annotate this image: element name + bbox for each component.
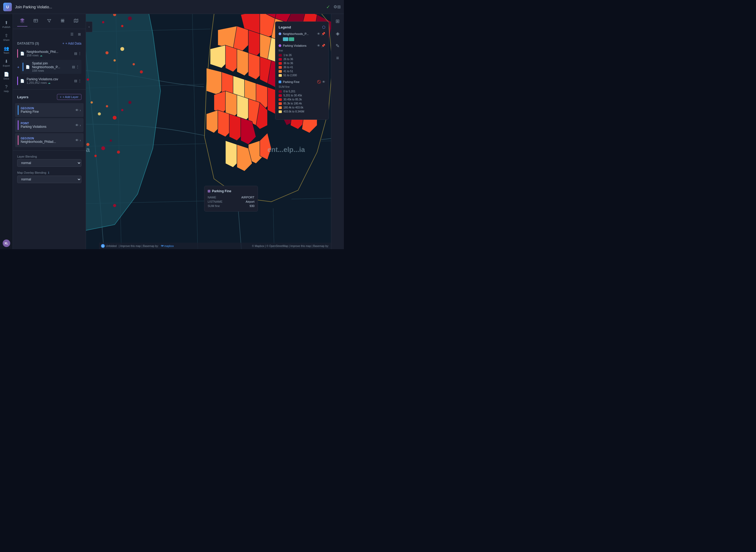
legend-color-30k-85k: [279, 98, 282, 101]
legend-color-26-36: [279, 58, 282, 61]
tab-effects[interactable]: [58, 16, 68, 27]
svg-point-43: [110, 139, 112, 142]
layer-item-neighborhoods[interactable]: Geojson Neighborhoods_Philad... 👁 ›: [15, 133, 84, 147]
legend-item-180k-403k: 180.4k to 403.6k: [279, 106, 325, 110]
legend-item-85k-180k: 85.3k to 180.4k: [279, 102, 325, 106]
tab-layers[interactable]: [17, 16, 27, 27]
legend-pin-icon-2[interactable]: 📌: [321, 44, 325, 47]
layer-blending-label: Layer Blending: [17, 155, 81, 158]
legend-visibility-icon[interactable]: 👁: [317, 32, 320, 36]
dataset-item-parking[interactable]: 📄 Parking Violations.csv 1,255,952 rows …: [15, 75, 84, 87]
nav-item-share[interactable]: ⇧ Share: [1, 31, 12, 43]
toolbar-data-icon[interactable]: ≡: [335, 54, 340, 62]
export-icon: ⬇: [5, 59, 8, 64]
legend-hide-icon[interactable]: 🚫: [317, 80, 321, 84]
layer-expand-icon-2[interactable]: ›: [80, 123, 81, 127]
legend-item-36-36: 36 to 36: [279, 61, 325, 65]
tooltip-title: Parking Fine: [212, 189, 231, 193]
spatial-more-icon[interactable]: ⋮: [76, 65, 79, 69]
tab-filter[interactable]: [44, 16, 54, 27]
legend-visibility-icon-3[interactable]: 👁: [322, 80, 325, 84]
layers-header: Layers + + Add Layer: [15, 92, 84, 102]
spatial-plus-icon[interactable]: +: [17, 65, 19, 69]
legend-layer-parking-violations: Parking Violations 👁 📌 fine 1 to 26 26 t…: [279, 44, 325, 77]
legend-layer-parking-fine-sum: Parking Fine 🚫 👁 SUM fine 0 to 5,201 5,2…: [279, 80, 325, 114]
tooltip-val-name: AIRPORT: [241, 196, 254, 199]
legend-layer-neighborhoods: Neighborhoods_P... 👁 📌: [279, 32, 325, 41]
settings-icon[interactable]: ⚙: [333, 4, 337, 9]
tooltip-header: Parking Fine: [208, 189, 254, 193]
layer-blending-select[interactable]: normal: [17, 159, 81, 167]
toolbar-draw-icon[interactable]: ✎: [334, 42, 341, 50]
user-avatar[interactable]: XL: [3, 240, 10, 247]
legend-sub-label-sum-fine: SUM fine: [279, 86, 325, 88]
docs-icon: 📄: [4, 72, 9, 77]
layer-expand-icon[interactable]: ›: [80, 108, 81, 112]
legend-visibility-icon-2[interactable]: 👁: [317, 44, 320, 47]
spatial-table-icon[interactable]: ▤: [72, 65, 75, 69]
split-view-icon[interactable]: ⊞: [337, 4, 341, 9]
svg-point-21: [87, 79, 89, 81]
dataset-actions-parking: ▤ ⋮: [74, 79, 81, 83]
map-overlay-blending-label: Map Overlay Blending ℹ: [17, 171, 81, 174]
tooltip-key-sum-fine: SUM fine: [208, 204, 220, 208]
map-tooltip: Parking Fine NAME AIRPORT LISTNAME Airpo…: [204, 186, 258, 212]
layer-visibility-icon-3[interactable]: 👁: [75, 138, 79, 142]
nav-item-export[interactable]: ⬇ Export: [1, 57, 12, 69]
map-attribution-left: | Improve this map | Basemap by:: [119, 245, 159, 248]
layer-expand-icon-3[interactable]: ›: [80, 138, 81, 142]
map-attribution-right: © Mapbox | © OpenStreetMap | Improve thi…: [252, 245, 329, 248]
tab-table[interactable]: [31, 16, 41, 27]
dataset-table-icon[interactable]: ▤: [74, 51, 77, 55]
nav-item-docs[interactable]: 📄 Docs: [1, 70, 12, 82]
nav-item-team[interactable]: 👥 Team: [1, 44, 12, 56]
dataset-item-spatial-join[interactable]: 📄 Spatial join Neighborhoods_P... 158 ro…: [20, 60, 81, 74]
effects-tab-icon: [60, 18, 65, 23]
dataset-file-icon: 📄: [20, 51, 24, 55]
legend-color-36-36: [279, 62, 282, 65]
layer-info-parking-fine: Geojson Parking Fine: [21, 107, 73, 114]
legend-layer-header-parking-violations: Parking Violations 👁 📌: [279, 44, 325, 47]
left-nav-bar: ⬆ Publish ⇧ Share 👥 Team ⬇ Export 📄 Docs…: [0, 14, 13, 249]
add-layer-button[interactable]: + + Add Layer: [57, 94, 81, 100]
toolbar-3d-icon[interactable]: ◈: [335, 29, 341, 37]
layer-visibility-icon-2[interactable]: 👁: [75, 123, 79, 127]
svg-point-40: [86, 143, 89, 146]
map-overlay-blending-select[interactable]: normal: [17, 175, 81, 183]
legend-collapse-button[interactable]: ⬡: [322, 25, 325, 29]
dataset-item-neighborhoods[interactable]: 📄 Neighborhoods_Phil... 158 rows ☁ ▤ ⋮: [15, 47, 84, 59]
layer-visibility-icon[interactable]: 👁: [75, 108, 79, 112]
dataset-rows: 158 rows ☁: [27, 54, 72, 57]
layers-title: Layers: [17, 95, 28, 99]
nav-item-publish[interactable]: ⬆ Publish: [1, 18, 12, 30]
legend-color-51-2000: [279, 74, 282, 77]
parking-table-icon[interactable]: ▤: [74, 79, 77, 83]
datasets-section-header: Datasets (3) + + Add Data: [13, 39, 86, 47]
legend-pin-icon[interactable]: 📌: [321, 32, 325, 36]
svg-point-32: [98, 112, 101, 115]
tab-map[interactable]: [71, 16, 81, 27]
grid-view-btn[interactable]: ⊞: [76, 31, 83, 37]
add-data-button[interactable]: + + Add Data: [62, 42, 81, 45]
tooltip-val-listname: Airport: [246, 200, 254, 203]
svg-point-15: [121, 25, 124, 27]
legend-color-85k-180k: [279, 102, 282, 105]
parking-more-icon[interactable]: ⋮: [78, 79, 81, 83]
legend-layer-header-neighborhoods: Neighborhoods_P... 👁 📌: [279, 32, 325, 36]
list-view-btn[interactable]: ☰: [69, 31, 75, 37]
dataset-color-bar: [17, 49, 18, 58]
legend-item-51-2000: 51 to 2,000: [279, 73, 325, 77]
status-check-icon: ✓: [326, 4, 330, 10]
sidebar-collapse-button[interactable]: ‹: [86, 21, 92, 32]
mapbox-logo-left: 🗺 mapbox: [161, 245, 174, 248]
toolbar-layers-icon[interactable]: ⊞: [334, 17, 341, 25]
unfolded-logo-icon: U: [101, 244, 105, 248]
spatial-join-wrapper: + 📄 Spatial join Neighborhoods_P... 158 …: [15, 60, 84, 75]
layer-item-parking-violations[interactable]: Point Parking Violations 👁 ›: [15, 118, 84, 132]
dataset-more-icon[interactable]: ⋮: [78, 51, 81, 55]
layer-item-parking-fine[interactable]: Geojson Parking Fine 👁 ›: [15, 103, 84, 117]
nav-item-help[interactable]: ? Help: [1, 83, 12, 95]
map-tab-icon: [74, 18, 79, 23]
legend-color-180k-403k: [279, 106, 282, 109]
legend-sub-label-fine: fine: [279, 49, 325, 52]
